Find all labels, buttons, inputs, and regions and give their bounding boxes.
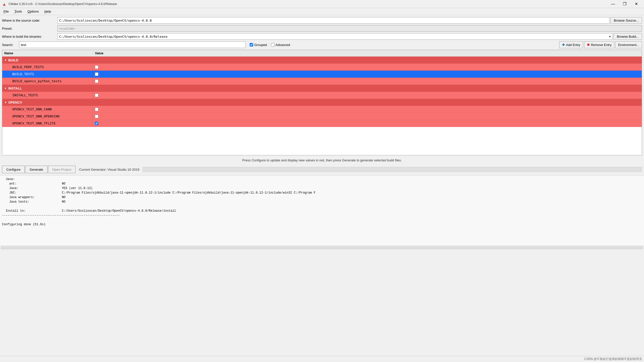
row-opencv-test-dnn-openvino[interactable]: OPENCV_TEST_DNN_OPENVINO [2,113,642,120]
title-bar-left: ▲ CMake 3.28.0-rc5 - C:/Users/Scolioscan… [2,2,117,6]
log-line-5: Java wrappers: NO [2,195,642,200]
configure-button[interactable]: Configure [2,166,25,173]
bottom-buttons: Configure Generate Open Project Current … [2,166,642,173]
log-line-1: Java: [2,177,642,182]
close-button[interactable]: ✕ [630,0,642,8]
group-header-opencv[interactable]: ▼ OPENCV [2,99,642,106]
install-group-label: INSTALL [8,86,22,90]
browse-source-button[interactable]: Browse Source... [611,17,642,24]
toolbar-buttons: ✚ Add Entry ✖ Remove Entry Environment..… [559,41,642,48]
build-label: Where to build the binaries: [2,35,57,38]
row-build-tests[interactable]: BUILD_TESTS [2,71,642,78]
opencv-test-dnn-cann-name: OPENCV_TEST_DNN_CANN [2,106,93,113]
progress-bar [143,167,642,172]
install-tests-name: INSTALL_TESTS [2,92,93,99]
table-container[interactable]: Name Value ▼ BUILD BUILD_PERF_TESTS BUIL… [2,50,642,155]
app-icon: ▲ [2,2,7,6]
opencv-test-dnn-cann-value[interactable] [93,106,642,113]
col-name-header: Name [2,51,93,55]
opencv-test-dnn-cann-checkbox[interactable] [95,108,98,111]
status-bar: CSDN @不喜欢打篮球的厨师不是好程序员 [0,356,644,362]
group-header-build[interactable]: ▼ BUILD [2,57,642,64]
source-input[interactable] [57,17,610,24]
grouped-label: Grouped [254,43,267,47]
maximize-button[interactable]: ❐ [619,0,630,8]
build-opencv-python-tests-value[interactable] [93,78,642,84]
menu-tools[interactable]: Tools [12,9,24,14]
menu-help[interactable]: Help [42,9,54,14]
opencv-group-label: OPENCV [8,101,22,104]
remove-entry-label: Remove Entry [591,43,612,47]
menu-options[interactable]: Options [25,9,41,14]
install-tests-checkbox[interactable] [95,94,98,97]
environment-button[interactable]: Environment... [615,41,642,48]
group-header-install[interactable]: ▼ INSTALL [2,85,642,92]
log-line-11: Configuring done (51.6s) [2,222,642,227]
add-entry-label: Add Entry [566,43,580,47]
opencv-test-dnn-tflite-value[interactable] [93,120,642,127]
log-line-7 [2,204,642,209]
opencv-test-dnn-openvino-checkbox[interactable] [95,115,98,118]
add-entry-button[interactable]: ✚ Add Entry [559,41,583,48]
build-tests-name: BUILD_TESTS [2,71,93,77]
row-build-opencv-python-tests[interactable]: BUILD_opencv_python_tests [2,78,642,85]
build-tests-value[interactable] [93,71,642,77]
table-header: Name Value [2,50,642,57]
opencv-chevron: ▼ [4,101,7,104]
title-bar: ▲ CMake 3.28.0-rc5 - C:/Users/Scolioscan… [0,0,644,8]
minimize-button[interactable]: — [607,0,619,8]
main-area: Where is the source code: Browse Source.… [0,15,644,175]
row-opencv-test-dnn-cann[interactable]: OPENCV_TEST_DNN_CANN [2,106,642,113]
build-input[interactable] [57,33,613,40]
build-perf-tests-name: BUILD_PERF_TESTS [2,64,93,70]
log-line-6: Java tests: NO [2,200,642,204]
opencv-test-dnn-tflite-checkbox[interactable] [95,122,98,125]
menu-bar: File Tools Options Help [0,8,644,15]
build-select-wrap [57,33,613,40]
opencv-test-dnn-openvino-name: OPENCV_TEST_DNN_OPENVINO [2,113,93,120]
log-area[interactable]: Java: ant: NO Java: YES (ver 11.0.12) JN… [0,175,644,246]
source-code-row: Where is the source code: Browse Source.… [2,17,642,24]
preset-label: Preset: [2,27,57,30]
horizontal-scrollbar[interactable] [0,246,644,250]
log-line-8: Install to: C:/Users/Scolioscan/Desktop/… [2,209,642,213]
log-line-3: Java: YES (ver 11.0.12) [2,186,642,191]
log-line-9: ----------------------------------------… [2,213,642,218]
install-chevron: ▼ [4,87,7,90]
advanced-checkbox[interactable] [271,43,275,47]
browse-build-button[interactable]: Browse Build... [614,33,642,40]
row-opencv-test-dnn-tflite[interactable]: OPENCV_TEST_DNN_TFLITE [2,120,642,127]
generate-button[interactable]: Generate [25,166,47,173]
remove-entry-button[interactable]: ✖ Remove Entry [584,41,614,48]
preset-row: Preset: [2,25,642,32]
build-perf-tests-value[interactable] [93,64,642,70]
build-perf-tests-checkbox[interactable] [95,65,98,69]
current-generator: Current Generator: Visual Studio 16 2019 [79,168,139,171]
environment-label: Environment... [618,43,639,47]
install-tests-value[interactable] [93,92,642,99]
row-install-tests[interactable]: INSTALL_TESTS [2,92,642,99]
open-project-button[interactable]: Open Project [48,166,76,173]
menu-file[interactable]: File [1,9,11,14]
opencv-test-dnn-openvino-value[interactable] [93,113,642,120]
build-opencv-python-tests-name: BUILD_opencv_python_tests [2,78,93,84]
row-build-perf-tests[interactable]: BUILD_PERF_TESTS [2,64,642,71]
checkbox-group: Grouped Advanced [250,43,290,47]
grouped-checkbox[interactable] [250,43,253,47]
search-input[interactable] [19,41,246,48]
title-bar-controls: — ❐ ✕ [607,0,642,8]
source-label: Where is the source code: [2,19,57,22]
log-line-2: ant: NO [2,182,642,186]
log-line-10 [2,218,642,222]
search-row: Search: Grouped Advanced ✚ Add Entry ✖ R… [2,41,642,48]
search-label: Search: [2,43,17,47]
build-group-label: BUILD [8,58,18,62]
grouped-checkbox-label[interactable]: Grouped [250,43,267,47]
build-opencv-python-tests-checkbox[interactable] [95,79,98,83]
preset-input [57,25,642,32]
hscroll-track[interactable] [1,247,643,249]
advanced-checkbox-label[interactable]: Advanced [271,43,290,47]
title-bar-text: CMake 3.28.0-rc5 - C:/Users/Scolioscan/D… [9,2,117,6]
advanced-label: Advanced [276,43,290,47]
build-tests-checkbox[interactable] [95,72,98,76]
